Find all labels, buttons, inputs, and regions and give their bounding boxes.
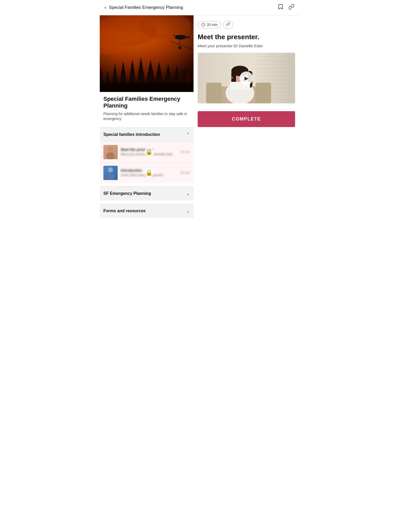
accordion-forms: Forms and resources ⌄ (100, 204, 194, 218)
svg-rect-64 (255, 83, 271, 103)
course-subtitle: Planning for additional needs families t… (103, 111, 190, 122)
lock-icon-2: 🔒 (144, 168, 154, 177)
chevron-down-icon-forms: ⌄ (186, 208, 190, 214)
duration-badge: 20 min (198, 21, 221, 28)
course-title: Special Families Emergency Planning (103, 96, 190, 109)
item-thumbnail-presenter (103, 145, 118, 159)
accordion-title-forms: Forms and resources (103, 209, 146, 213)
header: ‹ Special Families Emergency Planning (100, 0, 299, 15)
back-button[interactable]: ‹ (104, 4, 106, 11)
link-icon[interactable] (288, 4, 295, 11)
lock-icon: 🔒 (144, 147, 154, 157)
accordion-special-families: Special families introduction ⌃ (100, 127, 194, 183)
complete-button[interactable]: COMPLETE (198, 111, 295, 127)
chevron-down-icon-sf: ⌄ (186, 191, 190, 196)
item-info-intro: Introduction Learn about hazards approac… (121, 168, 177, 177)
complete-button-container: COMPLETE (198, 103, 295, 132)
header-left: ‹ Special Families Emergency Planning (104, 4, 183, 11)
svg-point-30 (108, 167, 113, 172)
presenter-heading: Meet the presenter. (198, 33, 295, 41)
svg-point-71 (231, 77, 233, 79)
play-button[interactable]: ▶ (240, 71, 253, 85)
accordion-title-sf-emergency: SF Emergency Planning (103, 191, 151, 196)
accordion-header-sf-emergency[interactable]: SF Emergency Planning ⌄ (100, 187, 194, 201)
hero-image (100, 15, 194, 92)
item-info-presenter: Meet the presenter Meet your presenter D… (121, 148, 177, 157)
link-copy-button[interactable] (223, 21, 233, 29)
accordion-header-forms[interactable]: Forms and resources ⌄ (100, 204, 194, 218)
accordion-items-special-families: Meet the presenter Meet your presenter D… (100, 142, 194, 183)
svg-rect-52 (288, 53, 295, 103)
presenter-description: Meet your presenter Dr Danielle Esler (198, 44, 295, 48)
item-thumbnail-intro (103, 166, 118, 180)
svg-point-31 (106, 173, 115, 180)
left-column: Special Families Emergency Planning Plan… (100, 15, 194, 218)
svg-rect-63 (206, 83, 222, 103)
time-badge-row: 20 min (198, 21, 295, 29)
svg-rect-27 (178, 46, 181, 49)
course-title-section: Special Families Emergency Planning Plan… (100, 92, 194, 124)
video-thumbnail[interactable]: ▶ (198, 53, 295, 103)
chevron-up-icon: ⌃ (186, 132, 190, 137)
header-icons (277, 4, 295, 11)
item-duration-presenter: 20 min (181, 150, 190, 154)
bookmark-icon[interactable] (277, 4, 284, 11)
svg-point-29 (106, 152, 115, 159)
duration-label: 20 min (207, 23, 218, 27)
accordion-header-special-families[interactable]: Special families introduction ⌃ (100, 128, 194, 142)
main-content: Special Families Emergency Planning Plan… (100, 15, 299, 218)
accordion-sf-emergency: SF Emergency Planning ⌄ (100, 186, 194, 201)
svg-rect-19 (100, 83, 194, 92)
right-column: 20 min Meet the presenter. Meet your pre… (194, 15, 299, 218)
svg-point-28 (108, 147, 113, 152)
accordion-title-special-families: Special families introduction (103, 132, 160, 137)
item-duration-intro: 20 min (181, 171, 190, 175)
svg-rect-22 (185, 37, 190, 38)
list-item[interactable]: Introduction Learn about hazards approac… (100, 162, 194, 183)
header-title: Special Families Emergency Planning (109, 5, 183, 10)
list-item[interactable]: Meet the presenter Meet your presenter D… (100, 142, 194, 162)
